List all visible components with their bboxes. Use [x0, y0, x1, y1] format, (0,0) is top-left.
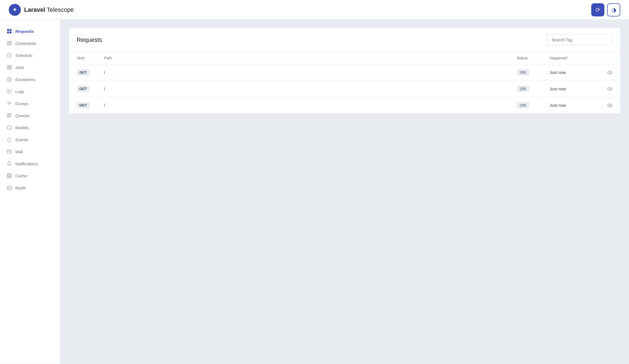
- sidebar-item-exceptions[interactable]: Exceptions: [0, 73, 60, 85]
- sidebar-item-notifications[interactable]: Notifications: [0, 158, 60, 170]
- view-icon[interactable]: [599, 71, 613, 74]
- events-icon: [7, 137, 12, 142]
- sidebar-item-redis[interactable]: Redis: [0, 182, 60, 194]
- col-verb: Verb: [77, 56, 104, 60]
- sidebar-label-redis: Redis: [15, 186, 26, 190]
- svg-rect-22: [7, 115, 11, 115]
- status-badge: 200: [517, 69, 529, 76]
- sidebar-item-events[interactable]: Events: [0, 134, 60, 146]
- svg-rect-29: [7, 175, 11, 176]
- requests-icon: [7, 28, 12, 34]
- status-cell: 200: [517, 69, 550, 76]
- app-logo: ✦ Laravel Telescope: [9, 4, 74, 16]
- app-header: ✦ Laravel Telescope ⟳ ◑: [0, 0, 629, 20]
- refresh-icon: ⟳: [596, 7, 600, 13]
- app-name: Laravel Telescope: [24, 6, 74, 13]
- svg-point-31: [7, 186, 11, 187]
- svg-point-33: [609, 88, 611, 89]
- sidebar-item-mail[interactable]: Mail: [0, 146, 60, 158]
- verb-cell: GET: [77, 69, 104, 76]
- requests-card: Requests Verb Path Status Happened GET /…: [69, 28, 620, 113]
- search-tag-input[interactable]: [547, 34, 613, 45]
- svg-rect-28: [7, 174, 11, 175]
- verb-cell: GET: [77, 102, 104, 108]
- svg-rect-2: [7, 31, 9, 33]
- svg-rect-1: [10, 29, 11, 31]
- svg-rect-0: [7, 29, 9, 31]
- svg-rect-10: [7, 65, 12, 66]
- happened-cell: Just now: [550, 86, 599, 91]
- cache-icon: [7, 173, 12, 178]
- refresh-button[interactable]: ⟳: [591, 3, 604, 16]
- view-icon[interactable]: [599, 87, 613, 91]
- svg-line-9: [9, 55, 10, 56]
- sidebar-item-models[interactable]: Models: [0, 122, 60, 134]
- table-row[interactable]: GET / 200 Just now: [69, 64, 620, 81]
- svg-rect-13: [7, 69, 12, 69]
- schedule-icon: [7, 53, 12, 58]
- sidebar-label-logs: Logs: [15, 89, 24, 94]
- sidebar-item-cache[interactable]: Cache: [0, 170, 60, 182]
- path-cell: /: [104, 103, 517, 108]
- sidebar-label-queries: Queries: [15, 113, 30, 118]
- sidebar-label-requests: Requests: [15, 29, 34, 34]
- logs-icon: [7, 89, 12, 94]
- commands-icon: [7, 41, 12, 46]
- svg-rect-11: [7, 67, 12, 67]
- status-badge: 200: [517, 86, 529, 92]
- svg-rect-21: [7, 114, 12, 114]
- verb-badge: GET: [77, 86, 90, 92]
- sidebar-label-events: Events: [15, 137, 28, 142]
- main-content: Requests Verb Path Status Happened GET /…: [60, 20, 629, 364]
- sidebar-item-dumps[interactable]: Dumps: [0, 97, 60, 109]
- sidebar-label-dumps: Dumps: [15, 101, 28, 106]
- models-icon: [7, 125, 12, 130]
- svg-rect-6: [7, 44, 12, 45]
- sidebar: Requests Commands Schedule: [0, 20, 60, 364]
- table-row[interactable]: GET / 200 Just now: [69, 97, 620, 113]
- sidebar-item-requests[interactable]: Requests: [0, 25, 60, 37]
- moon-icon: ◑: [611, 7, 616, 13]
- happened-cell: Just now: [550, 70, 599, 75]
- sidebar-item-jobs[interactable]: Jobs: [0, 61, 60, 73]
- col-path: Path: [104, 56, 517, 60]
- jobs-icon: [7, 65, 12, 70]
- verb-badge: GET: [77, 69, 90, 76]
- sidebar-label-models: Models: [15, 125, 28, 130]
- mail-icon: [7, 149, 12, 154]
- exceptions-icon: [7, 77, 12, 82]
- queries-icon: [7, 113, 12, 118]
- col-happened: Happened: [550, 56, 599, 60]
- col-actions: [599, 56, 613, 60]
- sidebar-label-schedule: Schedule: [15, 53, 33, 58]
- sidebar-label-notifications: Notifications: [15, 161, 38, 166]
- main-layout: Requests Commands Schedule: [0, 20, 629, 364]
- svg-rect-12: [7, 68, 12, 68]
- verb-badge: GET: [77, 102, 90, 108]
- status-cell: 200: [517, 86, 550, 92]
- svg-rect-24: [7, 117, 10, 117]
- sidebar-item-commands[interactable]: Commands: [0, 37, 60, 49]
- svg-rect-3: [10, 31, 11, 33]
- view-icon[interactable]: [599, 103, 613, 107]
- svg-rect-30: [7, 177, 11, 178]
- svg-rect-5: [7, 43, 12, 44]
- sidebar-item-logs[interactable]: Logs: [0, 85, 60, 97]
- svg-marker-25: [7, 125, 11, 130]
- table-header: Verb Path Status Happened: [69, 52, 620, 64]
- header-actions: ⟳ ◑: [591, 3, 620, 16]
- dumps-icon: [7, 101, 12, 106]
- logo-icon: ✦: [9, 4, 21, 16]
- sidebar-label-jobs: Jobs: [15, 65, 24, 70]
- path-cell: /: [104, 70, 517, 75]
- sidebar-item-queries[interactable]: Queries: [0, 109, 60, 122]
- sidebar-label-mail: Mail: [15, 149, 23, 154]
- table-row[interactable]: GET / 200 Just now: [69, 81, 620, 97]
- svg-rect-23: [7, 116, 12, 116]
- sidebar-item-schedule[interactable]: Schedule: [0, 49, 60, 61]
- card-header: Requests: [69, 28, 620, 52]
- svg-point-32: [609, 72, 611, 73]
- status-badge: 200: [517, 102, 529, 108]
- page-title: Requests: [77, 36, 102, 44]
- theme-toggle-button[interactable]: ◑: [607, 3, 620, 16]
